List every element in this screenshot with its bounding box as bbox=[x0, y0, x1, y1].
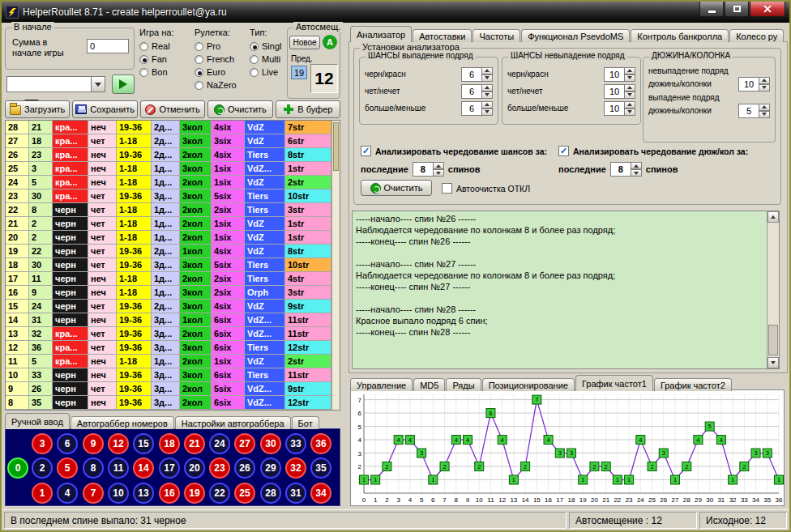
analysis-log[interactable]: -----начало---- спин №26 ------Наблюдает… bbox=[352, 211, 780, 369]
number-36[interactable]: 36 bbox=[310, 433, 331, 454]
scroll-down-button[interactable] bbox=[767, 357, 779, 368]
chance-spinner[interactable]: 10 bbox=[604, 67, 635, 82]
load-button[interactable]: Загрузить bbox=[5, 100, 70, 118]
number-20[interactable]: 20 bbox=[184, 458, 205, 479]
spinner-up-button[interactable] bbox=[759, 77, 770, 84]
chance-spinner[interactable]: 6 bbox=[461, 84, 493, 99]
spinner-up-button[interactable] bbox=[625, 67, 635, 74]
tab-positioning[interactable]: Позиционирование bbox=[482, 378, 575, 391]
radio-option-pro[interactable]: Pro bbox=[195, 40, 237, 53]
number-19[interactable]: 19 bbox=[184, 483, 205, 504]
spinner-up-button[interactable] bbox=[434, 162, 444, 169]
spinner-up-button[interactable] bbox=[625, 101, 635, 109]
number-15[interactable]: 15 bbox=[133, 433, 154, 454]
table-row[interactable]: 2821кра...неч19-362д...3кол4sixVdZ7str bbox=[6, 121, 340, 134]
spinner-down-button[interactable] bbox=[631, 169, 642, 177]
table-row[interactable]: 169черннеч1-181д...3кол2sixOrph3str bbox=[6, 286, 340, 300]
number-23[interactable]: 23 bbox=[209, 458, 230, 479]
tab-analyzer[interactable]: Анализатор bbox=[350, 26, 412, 42]
table-row[interactable]: 1524чернчет19-362д...3кол4sixVdZ9str bbox=[6, 300, 340, 313]
undo-button[interactable]: Отменить bbox=[140, 100, 205, 118]
chance-alt-spins-spinner-control[interactable]: 8 bbox=[413, 162, 444, 177]
start-sum-input[interactable] bbox=[87, 39, 129, 53]
spinner-down-button[interactable] bbox=[759, 84, 770, 92]
spinner-up-button[interactable] bbox=[759, 104, 770, 111]
dozen-spinner[interactable]: 10 bbox=[738, 77, 770, 92]
number-30[interactable]: 30 bbox=[260, 433, 281, 454]
spinner-up-button[interactable] bbox=[631, 162, 642, 169]
spinner-down-button[interactable] bbox=[625, 74, 635, 82]
dozen-spinner[interactable]: 5 bbox=[738, 104, 770, 118]
tab-psevdoms[interactable]: Функционал PsevdoMS bbox=[521, 29, 630, 42]
table-row[interactable]: 212чернчет1-181д...2кол1sixVdZ1str bbox=[6, 217, 340, 231]
tab-freq-chart1[interactable]: График частот1 bbox=[575, 375, 653, 391]
log-scrollbar[interactable] bbox=[767, 211, 779, 368]
clear-analysis-button[interactable]: Очистить bbox=[361, 180, 432, 196]
auto-badge[interactable]: A bbox=[323, 35, 337, 49]
chance-spinner[interactable]: 6 bbox=[461, 101, 493, 116]
table-row[interactable]: 1332кра...чет19-363д...2кол6sixVdZ...11s… bbox=[6, 327, 340, 341]
minimize-button[interactable] bbox=[699, 2, 724, 17]
table-row[interactable]: 115кра...неч1-181д...2кол1sixVdZ2str bbox=[6, 355, 340, 368]
tab-number-grabber[interactable]: Автограббер номеров bbox=[71, 416, 174, 429]
number-6[interactable]: 6 bbox=[57, 433, 78, 454]
table-scrollbar[interactable] bbox=[331, 121, 340, 410]
radio-option-singl[interactable]: Singl bbox=[250, 40, 281, 53]
dozen-alt-spins-spinner-control[interactable]: 8 bbox=[610, 162, 642, 177]
number-17[interactable]: 17 bbox=[159, 458, 180, 479]
radio-option-euro[interactable]: Euro bbox=[195, 66, 237, 79]
dozen-alternation-checkbox[interactable] bbox=[558, 146, 569, 156]
number-18[interactable]: 18 bbox=[159, 433, 180, 454]
table-row[interactable]: 1431черннеч19-363д...1кол6sixVdZ...11str bbox=[6, 313, 340, 327]
spinner-down-button[interactable] bbox=[434, 169, 444, 177]
number-26[interactable]: 26 bbox=[234, 458, 255, 479]
table-row[interactable]: 1236кра...чет19-363д...3кол6sixTiers12st… bbox=[6, 341, 340, 355]
number-33[interactable]: 33 bbox=[285, 433, 306, 454]
spinner-down-button[interactable] bbox=[625, 92, 635, 99]
table-row[interactable]: 926чернчет19-363д...2кол5sixVdZ...9str bbox=[6, 382, 340, 396]
scroll-up-button[interactable] bbox=[767, 211, 779, 223]
number-8[interactable]: 8 bbox=[83, 458, 104, 479]
number-29[interactable]: 29 bbox=[260, 458, 281, 479]
radio-option-multi[interactable]: Multi bbox=[250, 53, 281, 66]
radio-option-fan[interactable]: Fan bbox=[139, 53, 170, 66]
number-25[interactable]: 25 bbox=[234, 483, 255, 504]
number-24[interactable]: 24 bbox=[209, 433, 230, 454]
spinner-up-button[interactable] bbox=[625, 84, 635, 92]
number-5[interactable]: 5 bbox=[57, 458, 78, 479]
table-row[interactable]: 202чернчет1-181д...2кол1sixVdZ1str bbox=[6, 231, 340, 245]
number-28[interactable]: 28 bbox=[260, 483, 281, 504]
table-row[interactable]: 1033черннеч19-363д...3кол6sixTiers11str bbox=[6, 368, 340, 382]
radio-option-real[interactable]: Real bbox=[139, 40, 170, 53]
table-row[interactable]: 245кра...неч1-181д...2кол1sixVdZ2str bbox=[6, 176, 340, 189]
table-row[interactable]: 2623кра...неч19-362д...2кол4sixTiers8str bbox=[6, 148, 340, 162]
autoclear-checkbox[interactable] bbox=[442, 183, 452, 194]
table-row[interactable]: 2330кра...чет19-363д...3кол5sixTiers10st… bbox=[6, 189, 340, 203]
table-row[interactable]: 253кра...неч1-181д...3кол1sixVdZ...1str bbox=[6, 162, 340, 176]
spins-table[interactable]: 2821кра...неч19-362д...3кол4sixVdZ7str27… bbox=[5, 120, 340, 411]
table-row[interactable]: 1711черннеч1-181д...2кол2sixTiers4str bbox=[6, 272, 340, 286]
number-4[interactable]: 4 bbox=[57, 483, 78, 504]
tab-wheel[interactable]: Колесо ру bbox=[729, 29, 784, 42]
tab-control[interactable]: Управление bbox=[350, 378, 413, 391]
tab-rows[interactable]: Ряды bbox=[446, 378, 481, 391]
chance-alternation-checkbox[interactable] bbox=[361, 146, 371, 156]
tab-frequencies[interactable]: Частоты bbox=[472, 29, 520, 42]
number-10[interactable]: 10 bbox=[108, 483, 129, 504]
spinner-down-button[interactable] bbox=[482, 74, 493, 82]
spinner-up-button[interactable] bbox=[482, 67, 493, 74]
radio-option-nazero[interactable]: NaZero bbox=[195, 79, 237, 92]
spinner-down-button[interactable] bbox=[625, 109, 635, 116]
tab-md5[interactable]: MD5 bbox=[413, 378, 445, 391]
number-1[interactable]: 1 bbox=[32, 483, 53, 504]
number-14[interactable]: 14 bbox=[133, 458, 154, 479]
spinner-up-button[interactable] bbox=[482, 84, 493, 92]
combobox-field[interactable] bbox=[6, 76, 91, 92]
clear-button[interactable]: Очистить bbox=[207, 100, 272, 118]
spinner-down-button[interactable] bbox=[482, 109, 493, 116]
number-2[interactable]: 2 bbox=[32, 458, 53, 479]
number-16[interactable]: 16 bbox=[159, 483, 180, 504]
radio-option-bon[interactable]: Bon bbox=[139, 66, 170, 79]
chance-spinner[interactable]: 6 bbox=[461, 67, 493, 82]
save-button[interactable]: Сохранить bbox=[72, 100, 137, 118]
